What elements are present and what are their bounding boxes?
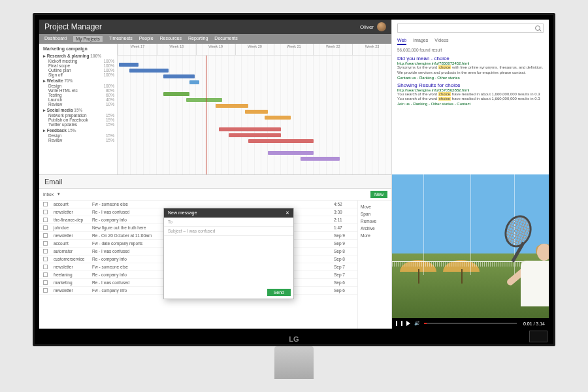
email-from: newsletter [54, 288, 90, 293]
task-group[interactable]: ▸ Feedback 15% [43, 128, 114, 133]
tab-timesheets[interactable]: Timesheets [109, 36, 133, 42]
checkbox[interactable] [43, 241, 48, 246]
checkbox[interactable] [43, 288, 48, 293]
checkbox[interactable] [43, 225, 48, 230]
task-row[interactable]: Design15% [43, 133, 114, 138]
gantt-bar[interactable] [189, 80, 199, 84]
checkbox[interactable] [43, 280, 48, 285]
gantt-bar[interactable] [301, 157, 340, 161]
video-player[interactable]: 🔊 0.01 / 3.14 [392, 174, 549, 329]
result-sublinks[interactable]: Join us - Ranking - Other stories - Cont… [397, 102, 544, 106]
search-input[interactable] [397, 24, 544, 33]
video-frame [392, 174, 549, 319]
did-you-mean[interactable]: Did you mean - choice [397, 56, 544, 61]
gantt-bar[interactable] [186, 98, 222, 102]
progress-bar[interactable] [424, 323, 517, 324]
email-from: account [54, 241, 90, 246]
week-header: Week 21 [274, 44, 313, 55]
monitor-brand: LG [289, 335, 299, 343]
email-time: Sep 6 [334, 288, 353, 293]
next-icon[interactable] [406, 321, 410, 326]
tab-people[interactable]: People [139, 36, 154, 42]
email-time: 2:11 [334, 218, 353, 222]
email-from: johndoe [54, 225, 90, 230]
gantt-bar[interactable] [163, 92, 189, 96]
email-title: Email [39, 175, 391, 189]
gantt-bar[interactable] [163, 74, 195, 78]
action-move[interactable]: Move [361, 203, 389, 210]
project-manager-window: Project Manager Oliver Dashboard My Proj… [39, 20, 392, 174]
compose-subject-field[interactable]: Subject – I was confused [164, 227, 293, 236]
task-row[interactable]: Write HTML etc80% [43, 88, 114, 93]
task-row[interactable]: Review15% [43, 138, 114, 142]
search-tab-images[interactable]: Images [413, 38, 428, 45]
action-remove[interactable]: Remove [361, 218, 389, 225]
compose-body[interactable] [164, 236, 293, 286]
task-row[interactable]: Testing60% [43, 93, 114, 97]
tab-documents[interactable]: Documents [214, 36, 237, 42]
checkbox[interactable] [43, 210, 48, 214]
email-time: Sep 8 [334, 257, 353, 261]
video-controls: 🔊 0.01 / 3.14 [392, 318, 549, 329]
tab-reporting[interactable]: Reporting [188, 36, 208, 42]
task-row[interactable]: Launch40% [43, 97, 114, 102]
checkbox[interactable] [43, 265, 48, 269]
gantt-chart[interactable]: Week 17Week 18Week 19Week 20Week 21Week … [118, 44, 391, 174]
week-header: Week 22 [313, 44, 352, 55]
checkbox[interactable] [43, 249, 48, 253]
compose-to-field[interactable]: To [164, 218, 293, 227]
checkbox[interactable] [43, 233, 48, 238]
task-row[interactable]: Network preparation15% [43, 113, 114, 118]
pause-icon[interactable] [396, 321, 397, 326]
email-time: Sep 6 [334, 280, 353, 285]
checkbox[interactable] [43, 272, 48, 277]
gantt-bar[interactable] [245, 110, 268, 114]
email-from: the-finance-dep [54, 218, 90, 222]
task-group[interactable]: ▸ Website 70% [43, 78, 114, 84]
search-tab-web[interactable]: Web [397, 38, 406, 45]
task-group[interactable]: ▸ Research & planning 100% [43, 54, 114, 59]
tab-my-projects[interactable]: My Projects [73, 36, 103, 42]
email-from: customerservice [54, 257, 90, 261]
task-row[interactable]: Final scope100% [43, 63, 114, 68]
new-email-button[interactable]: New [370, 191, 387, 198]
result-sublinks[interactable]: Contact us - Ranking - Other stories [397, 76, 544, 80]
action-archive[interactable]: Archive [361, 225, 389, 232]
task-group[interactable]: ▸ Social media 15% [43, 108, 114, 113]
folder-selector[interactable]: Inbox [43, 192, 54, 197]
checkbox[interactable] [43, 218, 48, 222]
gantt-bar[interactable] [119, 63, 139, 67]
pm-title: Project Manager [44, 22, 102, 31]
search-tab-videos[interactable]: Videos [434, 38, 448, 45]
send-button[interactable]: Send [267, 289, 291, 296]
gantt-bar[interactable] [219, 127, 281, 131]
task-row[interactable]: Sign off100% [43, 73, 114, 77]
volume-icon[interactable]: 🔊 [414, 321, 420, 326]
checkbox[interactable] [43, 257, 48, 261]
action-spam[interactable]: Span [361, 210, 389, 218]
checkbox[interactable] [43, 202, 48, 206]
gantt-bar[interactable] [129, 69, 169, 73]
task-row[interactable]: Design100% [43, 84, 114, 88]
task-row[interactable]: Twitter updates15% [43, 122, 114, 127]
today-marker [206, 56, 206, 174]
tab-resources[interactable]: Resources [160, 36, 182, 42]
gantt-bar[interactable] [216, 104, 248, 108]
action-more[interactable]: More [361, 232, 389, 239]
week-header: Week 18 [157, 44, 196, 55]
task-row[interactable]: Outline plan100% [43, 68, 114, 73]
email-time: 3:30 [334, 210, 353, 214]
email-time: Sep 9 [334, 241, 353, 246]
email-time: Sep 7 [334, 272, 353, 277]
close-icon[interactable]: ✕ [286, 210, 289, 216]
gantt-bar[interactable] [248, 139, 314, 143]
task-row[interactable]: Review10% [43, 102, 114, 106]
task-row[interactable]: Publish on Facebook15% [43, 118, 114, 122]
gantt-bar[interactable] [268, 151, 314, 155]
gantt-bar[interactable] [265, 116, 291, 120]
avatar[interactable] [377, 22, 386, 31]
gantt-bar[interactable] [229, 133, 281, 137]
tab-dashboard[interactable]: Dashboard [44, 36, 67, 42]
email-window: Email Inbox▾ New accountFw - someone els… [39, 174, 392, 329]
task-row[interactable]: Kickoff meeting100% [43, 59, 114, 63]
